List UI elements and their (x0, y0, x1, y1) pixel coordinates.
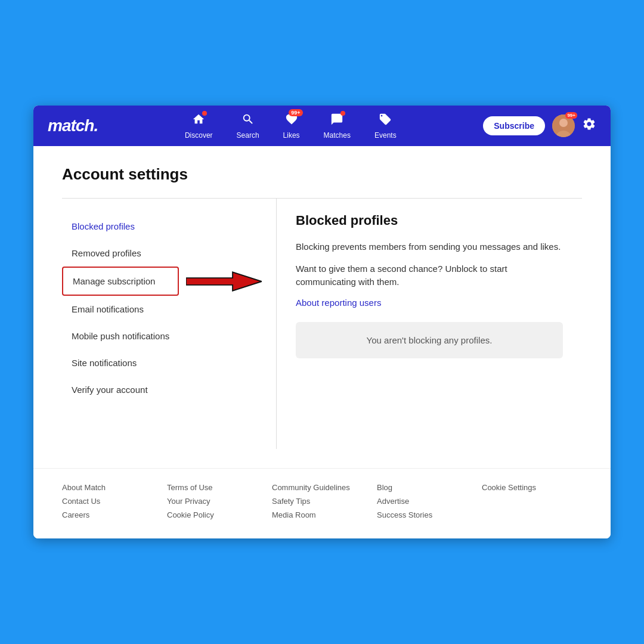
navbar: match. Discover Search (33, 106, 611, 146)
main-content: Account settings Blocked profiles Remove… (33, 146, 611, 468)
nav-item-search[interactable]: Search (227, 108, 269, 144)
likes-label: Likes (283, 131, 300, 140)
search-label: Search (237, 131, 259, 140)
svg-point-1 (559, 119, 568, 127)
footer-link-careers[interactable]: Careers (62, 510, 162, 519)
right-panel: Blocked profiles Blocking prevents membe… (277, 199, 582, 449)
footer-link-safety[interactable]: Safety Tips (272, 497, 372, 506)
page-title: Account settings (62, 165, 582, 184)
footer-col-3: Community Guidelines Safety Tips Media R… (272, 483, 372, 519)
discover-label: Discover (185, 131, 213, 140)
footer-col-1: About Match Contact Us Careers (62, 483, 162, 519)
nav-items: Discover Search 99+ Likes (175, 108, 406, 144)
arrow-annotation (186, 271, 262, 292)
footer-link-cookie-settings[interactable]: Cookie Settings (482, 483, 582, 492)
matches-icon (330, 113, 343, 129)
footer-link-success[interactable]: Success Stories (377, 510, 477, 519)
likes-icon: 99+ (285, 113, 298, 129)
search-icon (242, 113, 255, 129)
settings-icon[interactable] (582, 117, 596, 135)
matches-badge-dot (340, 111, 345, 116)
nav-item-discover[interactable]: Discover (175, 108, 222, 144)
footer-link-about-match[interactable]: About Match (62, 483, 162, 492)
events-label: Events (374, 131, 397, 140)
description-text-2: Want to give them a second chance? Unblo… (296, 262, 563, 289)
svg-marker-3 (186, 272, 262, 290)
sidebar: Blocked profiles Removed profiles Manage… (62, 199, 277, 449)
footer-link-contact-us[interactable]: Contact Us (62, 497, 162, 506)
sidebar-item-mobile-push-notifications[interactable]: Mobile push notifications (62, 323, 262, 349)
logo[interactable]: match. (48, 116, 98, 135)
footer-link-privacy[interactable]: Your Privacy (167, 497, 267, 506)
sidebar-item-site-notifications[interactable]: Site notifications (62, 349, 262, 376)
subscribe-button[interactable]: Subscribe (483, 116, 545, 135)
likes-badge: 99+ (289, 109, 302, 116)
footer-link-advertise[interactable]: Advertise (377, 497, 477, 506)
footer-link-cookie-policy[interactable]: Cookie Policy (167, 510, 267, 519)
footer-col-4: Blog Advertise Success Stories (377, 483, 477, 519)
footer-col-5: Cookie Settings (482, 483, 582, 519)
nav-item-likes[interactable]: 99+ Likes (274, 108, 309, 144)
sidebar-item-removed-profiles[interactable]: Removed profiles (62, 240, 262, 267)
footer-link-terms[interactable]: Terms of Use (167, 483, 267, 492)
footer-link-media[interactable]: Media Room (272, 510, 372, 519)
nav-right: Subscribe 99+ (483, 114, 596, 137)
about-reporting-link[interactable]: About reporting users (296, 298, 563, 308)
manage-subscription-container: Manage subscription (62, 267, 262, 296)
discover-icon (192, 113, 205, 129)
content-layout: Blocked profiles Removed profiles Manage… (62, 199, 582, 449)
discover-badge-dot (202, 111, 207, 116)
empty-state: You aren't blocking any profiles. (296, 322, 563, 358)
footer-col-2: Terms of Use Your Privacy Cookie Policy (167, 483, 267, 519)
events-icon (379, 113, 392, 129)
nav-item-matches[interactable]: Matches (314, 108, 360, 144)
description-text-1: Blocking prevents members from sending y… (296, 240, 563, 254)
avatar-container[interactable]: 99+ (552, 114, 575, 137)
footer-link-blog[interactable]: Blog (377, 483, 477, 492)
sidebar-item-blocked-profiles[interactable]: Blocked profiles (62, 213, 262, 240)
sidebar-item-manage-subscription[interactable]: Manage subscription (62, 267, 179, 296)
footer-link-community[interactable]: Community Guidelines (272, 483, 372, 492)
footer: About Match Contact Us Careers Terms of … (33, 468, 611, 538)
nav-item-events[interactable]: Events (365, 108, 406, 144)
sidebar-item-verify-account[interactable]: Verify your account (62, 376, 262, 403)
section-title: Blocked profiles (296, 213, 563, 228)
matches-label: Matches (324, 131, 351, 140)
avatar-badge: 99+ (565, 112, 577, 119)
footer-grid: About Match Contact Us Careers Terms of … (62, 483, 582, 519)
sidebar-item-email-notifications[interactable]: Email notifications (62, 296, 262, 323)
